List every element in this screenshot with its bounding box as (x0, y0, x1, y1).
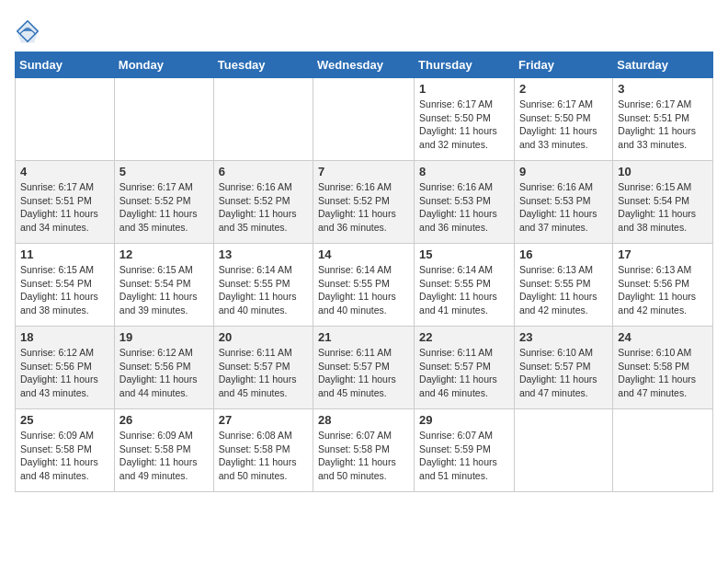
cell-info: Sunrise: 6:07 AM Sunset: 5:58 PM Dayligh… (318, 429, 409, 483)
cell-info: Sunrise: 6:11 AM Sunset: 5:57 PM Dayligh… (318, 346, 409, 400)
calendar-cell: 4Sunrise: 6:17 AM Sunset: 5:51 PM Daylig… (16, 161, 115, 244)
logo (15, 18, 42, 44)
cell-info: Sunrise: 6:15 AM Sunset: 5:54 PM Dayligh… (20, 263, 109, 317)
calendar-cell: 23Sunrise: 6:10 AM Sunset: 5:57 PM Dayli… (514, 327, 612, 409)
calendar-cell: 16Sunrise: 6:13 AM Sunset: 5:55 PM Dayli… (514, 244, 612, 327)
cell-info: Sunrise: 6:14 AM Sunset: 5:55 PM Dayligh… (419, 263, 509, 317)
calendar-header-row: SundayMondayTuesdayWednesdayThursdayFrid… (16, 52, 713, 78)
calendar-cell: 8Sunrise: 6:16 AM Sunset: 5:53 PM Daylig… (415, 161, 515, 244)
cell-date: 2 (519, 82, 608, 96)
calendar-cell: 9Sunrise: 6:16 AM Sunset: 5:53 PM Daylig… (514, 161, 612, 244)
cell-date: 10 (618, 165, 708, 178)
cell-info: Sunrise: 6:13 AM Sunset: 5:55 PM Dayligh… (519, 263, 608, 317)
cell-info: Sunrise: 6:16 AM Sunset: 5:53 PM Dayligh… (419, 180, 509, 235)
cell-info: Sunrise: 6:15 AM Sunset: 5:54 PM Dayligh… (618, 180, 708, 235)
calendar-cell: 2Sunrise: 6:17 AM Sunset: 5:50 PM Daylig… (514, 78, 612, 161)
cell-info: Sunrise: 6:16 AM Sunset: 5:52 PM Dayligh… (219, 180, 308, 235)
cell-info: Sunrise: 6:09 AM Sunset: 5:58 PM Dayligh… (119, 429, 209, 483)
cell-date: 4 (20, 165, 109, 178)
calendar-table: SundayMondayTuesdayWednesdayThursdayFrid… (15, 52, 713, 492)
cell-date: 26 (119, 413, 209, 427)
calendar-cell: 28Sunrise: 6:07 AM Sunset: 5:58 PM Dayli… (313, 409, 415, 492)
calendar-cell: 19Sunrise: 6:12 AM Sunset: 5:56 PM Dayli… (114, 327, 213, 409)
cell-info: Sunrise: 6:10 AM Sunset: 5:58 PM Dayligh… (618, 346, 708, 400)
calendar-cell: 20Sunrise: 6:11 AM Sunset: 5:57 PM Dayli… (213, 327, 313, 409)
calendar-week-row: 4Sunrise: 6:17 AM Sunset: 5:51 PM Daylig… (16, 161, 713, 244)
column-header-thursday: Thursday (415, 52, 515, 78)
cell-date: 28 (318, 413, 409, 427)
calendar-cell: 12Sunrise: 6:15 AM Sunset: 5:54 PM Dayli… (114, 244, 213, 327)
column-header-sunday: Sunday (16, 52, 115, 78)
cell-date: 27 (219, 413, 308, 427)
calendar-cell: 5Sunrise: 6:17 AM Sunset: 5:52 PM Daylig… (114, 161, 213, 244)
cell-date: 6 (219, 165, 308, 178)
cell-date: 25 (20, 413, 109, 427)
calendar-cell (114, 78, 213, 161)
cell-info: Sunrise: 6:14 AM Sunset: 5:55 PM Dayligh… (219, 263, 308, 317)
calendar-cell: 15Sunrise: 6:14 AM Sunset: 5:55 PM Dayli… (415, 244, 515, 327)
calendar-cell: 3Sunrise: 6:17 AM Sunset: 5:51 PM Daylig… (613, 78, 713, 161)
column-header-saturday: Saturday (613, 52, 713, 78)
calendar-cell: 14Sunrise: 6:14 AM Sunset: 5:55 PM Dayli… (313, 244, 415, 327)
cell-date: 8 (419, 165, 509, 178)
cell-info: Sunrise: 6:16 AM Sunset: 5:53 PM Dayligh… (519, 180, 608, 235)
cell-info: Sunrise: 6:17 AM Sunset: 5:51 PM Dayligh… (20, 180, 109, 235)
cell-info: Sunrise: 6:14 AM Sunset: 5:55 PM Dayligh… (318, 263, 409, 317)
cell-date: 11 (20, 247, 109, 261)
cell-date: 22 (419, 330, 509, 344)
column-header-monday: Monday (114, 52, 213, 78)
calendar-cell: 10Sunrise: 6:15 AM Sunset: 5:54 PM Dayli… (613, 161, 713, 244)
calendar-cell: 21Sunrise: 6:11 AM Sunset: 5:57 PM Dayli… (313, 327, 415, 409)
cell-info: Sunrise: 6:11 AM Sunset: 5:57 PM Dayligh… (219, 346, 308, 400)
cell-info: Sunrise: 6:11 AM Sunset: 5:57 PM Dayligh… (419, 346, 509, 400)
column-header-tuesday: Tuesday (213, 52, 313, 78)
cell-date: 15 (419, 247, 509, 261)
cell-info: Sunrise: 6:17 AM Sunset: 5:50 PM Dayligh… (419, 98, 509, 152)
cell-date: 3 (618, 82, 708, 96)
cell-date: 9 (519, 165, 608, 178)
calendar-cell (313, 78, 415, 161)
calendar-cell: 22Sunrise: 6:11 AM Sunset: 5:57 PM Dayli… (415, 327, 515, 409)
cell-info: Sunrise: 6:17 AM Sunset: 5:50 PM Dayligh… (519, 98, 608, 152)
cell-info: Sunrise: 6:13 AM Sunset: 5:56 PM Dayligh… (618, 263, 708, 317)
cell-date: 23 (519, 330, 608, 344)
calendar-cell: 13Sunrise: 6:14 AM Sunset: 5:55 PM Dayli… (213, 244, 313, 327)
cell-date: 7 (318, 165, 409, 178)
cell-info: Sunrise: 6:17 AM Sunset: 5:51 PM Dayligh… (618, 98, 708, 152)
logo-icon (15, 18, 40, 44)
calendar-week-row: 11Sunrise: 6:15 AM Sunset: 5:54 PM Dayli… (16, 244, 713, 327)
cell-info: Sunrise: 6:07 AM Sunset: 5:59 PM Dayligh… (419, 429, 509, 483)
header (15, 15, 713, 44)
calendar-cell (16, 78, 115, 161)
calendar-cell (213, 78, 313, 161)
cell-date: 20 (219, 330, 308, 344)
calendar-cell (613, 409, 713, 492)
cell-date: 19 (119, 330, 209, 344)
cell-info: Sunrise: 6:15 AM Sunset: 5:54 PM Dayligh… (119, 263, 209, 317)
calendar-cell: 29Sunrise: 6:07 AM Sunset: 5:59 PM Dayli… (415, 409, 515, 492)
calendar-week-row: 1Sunrise: 6:17 AM Sunset: 5:50 PM Daylig… (16, 78, 713, 161)
cell-info: Sunrise: 6:09 AM Sunset: 5:58 PM Dayligh… (20, 429, 109, 483)
cell-info: Sunrise: 6:12 AM Sunset: 5:56 PM Dayligh… (119, 346, 209, 400)
cell-info: Sunrise: 6:16 AM Sunset: 5:52 PM Dayligh… (318, 180, 409, 235)
calendar-cell (514, 409, 612, 492)
column-header-wednesday: Wednesday (313, 52, 415, 78)
calendar-cell: 6Sunrise: 6:16 AM Sunset: 5:52 PM Daylig… (213, 161, 313, 244)
calendar-cell: 7Sunrise: 6:16 AM Sunset: 5:52 PM Daylig… (313, 161, 415, 244)
cell-date: 18 (20, 330, 109, 344)
cell-date: 17 (618, 247, 708, 261)
cell-date: 14 (318, 247, 409, 261)
cell-date: 12 (119, 247, 209, 261)
cell-date: 29 (419, 413, 509, 427)
cell-info: Sunrise: 6:08 AM Sunset: 5:58 PM Dayligh… (219, 429, 308, 483)
cell-info: Sunrise: 6:17 AM Sunset: 5:52 PM Dayligh… (119, 180, 209, 235)
cell-date: 5 (119, 165, 209, 178)
cell-date: 13 (219, 247, 308, 261)
cell-date: 21 (318, 330, 409, 344)
cell-date: 1 (419, 82, 509, 96)
calendar-week-row: 25Sunrise: 6:09 AM Sunset: 5:58 PM Dayli… (16, 409, 713, 492)
calendar-cell: 17Sunrise: 6:13 AM Sunset: 5:56 PM Dayli… (613, 244, 713, 327)
cell-info: Sunrise: 6:12 AM Sunset: 5:56 PM Dayligh… (20, 346, 109, 400)
cell-date: 16 (519, 247, 608, 261)
calendar-cell: 24Sunrise: 6:10 AM Sunset: 5:58 PM Dayli… (613, 327, 713, 409)
